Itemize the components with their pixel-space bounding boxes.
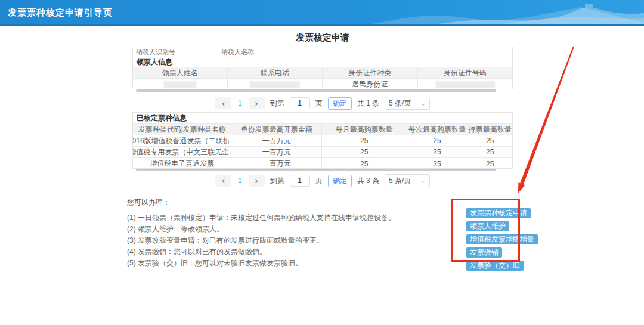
per-time-max-value: 25	[407, 158, 468, 169]
prev-page-button[interactable]: ‹	[215, 175, 231, 187]
approved-section-title: 已核定票种信息	[133, 113, 187, 123]
current-page[interactable]: 1	[237, 99, 243, 107]
top-banner: 发票票种核定申请引导页	[0, 0, 644, 26]
total-count-label: 共 3 条	[357, 176, 379, 186]
approved-table-row: 增值税专用发票（中文三联无金... 一百万元 25 25 25	[133, 147, 512, 158]
chevron-right-icon: ›	[255, 176, 258, 185]
total-count-label: 共 1 条	[357, 98, 379, 109]
col-per-time-max: 每次最高购票数量	[407, 124, 468, 135]
page-size-select[interactable]: 5 条/页 ⌄	[385, 97, 430, 110]
holding-max-value: 25	[467, 147, 512, 157]
recipient-table-header: 领票人姓名 联系电话 身份证件种类 身份证件号码	[133, 67, 512, 79]
redacted-text	[250, 81, 300, 88]
page-size-value: 5 条/页	[389, 98, 411, 109]
page-unit-label: 页	[315, 176, 323, 186]
chevron-right-icon: ›	[255, 98, 258, 108]
approved-pagination: ‹ 1 › 到第 页 确定 共 3 条 5 条/页 ⌄	[132, 174, 513, 187]
recipient-table-hscrollbar[interactable]	[136, 89, 496, 92]
page-title: 发票核定申请	[132, 32, 513, 44]
confirm-page-button[interactable]: 确定	[328, 175, 352, 187]
recipient-section-title: 领票人信息	[133, 57, 172, 67]
banner-bottom-edge	[0, 24, 644, 26]
next-page-button[interactable]: ›	[249, 97, 265, 109]
page-size-value: 5 条/页	[389, 176, 411, 186]
caret-down-icon: ⌄	[420, 178, 426, 184]
caret-down-icon: ⌄	[420, 100, 426, 106]
monthly-max-value: 25	[322, 147, 407, 157]
per-time-max-value: 25	[407, 135, 468, 146]
invoice-type-name: 2016版增值税普通发票（二联折...	[133, 135, 231, 146]
monthly-max-value: 25	[322, 135, 407, 146]
great-wall-art-icon	[358, 0, 644, 26]
help-item: (5) 发票验（交）旧：您可以对未验旧发票做发票验旧。	[127, 258, 485, 269]
approved-panel: 已核定票种信息 发票种类代码|发票种类名称 单份发票最高开票金额 每月最高购票数…	[132, 112, 513, 169]
goto-label: 到第	[270, 98, 284, 109]
col-holding-max: 持票最高数量	[467, 124, 512, 135]
recipient-panel: 纳税人识别号 纳税人名称 领票人信息 领票人姓名 联系电话 身份证件种类 身份证…	[132, 47, 513, 89]
next-page-button[interactable]: ›	[249, 175, 265, 187]
page: 发票票种核定申请引导页 发票核定申请 纳税人识别号 纳税人名称 领票人信息 领票…	[0, 0, 644, 325]
per-time-max-value: 25	[407, 147, 468, 157]
chevron-left-icon: ‹	[222, 98, 225, 108]
help-block: 您可以办理： (1) 一日领票（票种核定）申请：未核定过任何票种的纳税人支持在线…	[127, 197, 485, 269]
taxpayer-row-spacer	[472, 47, 512, 57]
banner-title: 发票票种核定申请引导页	[8, 0, 113, 24]
prev-page-button[interactable]: ‹	[215, 97, 231, 109]
invoice-type-name: 增值税专用发票（中文三联无金...	[133, 147, 231, 157]
help-item: (2) 领票人维护：修改领票人。	[127, 224, 485, 235]
help-title: 您可以办理：	[127, 197, 485, 208]
help-item: (1) 一日领票（票种核定）申请：未核定过任何票种的纳税人支持在线申请税控设备。	[127, 212, 485, 224]
current-page[interactable]: 1	[237, 177, 243, 185]
col-recipient-name: 领票人姓名	[133, 67, 228, 78]
col-max-amount: 单份发票最高开票金额	[231, 124, 322, 135]
holding-max-value: 25	[467, 158, 512, 169]
col-invoice-type: 发票种类代码|发票种类名称	[133, 124, 231, 135]
recipient-id-number-redacted	[418, 79, 513, 90]
holding-max-value: 25	[467, 135, 512, 146]
help-item: (3) 发票改版变量申请：对已有的发票进行版面或数量的变更。	[127, 235, 485, 246]
col-id-number: 身份证件号码	[418, 67, 513, 78]
approved-section-row: 已核定票种信息	[133, 113, 512, 124]
approved-table-row: 增值税电子普通发票 一百万元 25 25 25	[133, 158, 512, 169]
col-id-type: 身份证件种类	[323, 67, 418, 78]
page-size-select[interactable]: 5 条/页 ⌄	[385, 174, 430, 187]
page-number-input[interactable]	[290, 97, 310, 109]
help-item: (4) 发票缴销：您可以对已有的发票做缴销。	[127, 246, 485, 258]
invoice-type-name: 增值税电子普通发票	[133, 158, 231, 169]
recipient-name-redacted	[133, 79, 228, 90]
approved-table-row: 2016版增值税普通发票（二联折... 一百万元 25 25 25	[133, 135, 512, 147]
max-amount-value: 一百万元	[231, 147, 322, 157]
col-monthly-max: 每月最高购票数量	[322, 124, 407, 135]
page-unit-label: 页	[315, 98, 323, 109]
approved-table-hscrollbar[interactable]	[136, 169, 496, 171]
taxpayer-row: 纳税人识别号 纳税人名称	[133, 47, 512, 57]
redacted-text	[435, 81, 495, 88]
invoice-verification-button[interactable]: 发票验（交）旧	[466, 261, 524, 271]
max-amount-value: 一百万元	[231, 158, 322, 169]
taxpayer-id-label: 纳税人识别号	[133, 47, 182, 57]
confirm-page-button[interactable]: 确定	[328, 97, 352, 110]
chevron-left-icon: ‹	[222, 176, 225, 185]
approved-table-header: 发票种类代码|发票种类名称 单份发票最高开票金额 每月最高购票数量 每次最高购票…	[133, 124, 512, 135]
recipient-id-type-value: 居民身份证	[323, 79, 418, 90]
page-number-input[interactable]	[290, 175, 310, 187]
max-amount-value: 一百万元	[231, 135, 322, 146]
annotation-rectangle	[451, 199, 520, 262]
monthly-max-value: 25	[322, 158, 407, 169]
taxpayer-name-label: 纳税人名称	[218, 47, 472, 57]
goto-label: 到第	[270, 176, 284, 186]
recipient-phone-redacted	[228, 79, 323, 90]
recipient-pagination: ‹ 1 › 到第 页 确定 共 1 条 5 条/页 ⌄	[132, 97, 513, 110]
recipient-table-row: 居民身份证	[133, 79, 512, 90]
col-contact-phone: 联系电话	[228, 67, 323, 78]
taxpayer-id-value	[182, 47, 218, 57]
redacted-text	[163, 81, 197, 88]
recipient-section-row: 领票人信息	[133, 57, 512, 67]
